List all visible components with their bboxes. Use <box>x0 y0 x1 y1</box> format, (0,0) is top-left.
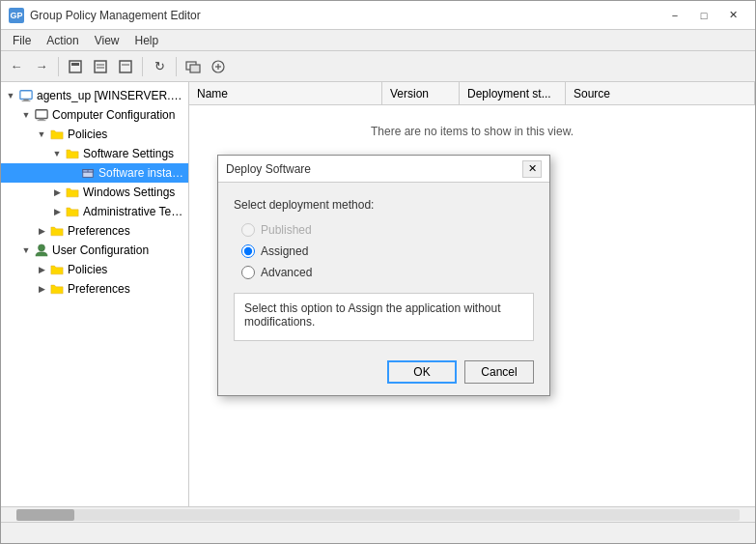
toolbar-separator-2 <box>142 57 143 76</box>
radio-label-advanced: Advanced <box>261 266 312 279</box>
folder-icon-policies <box>49 127 65 142</box>
tree-label-comp-config: Computer Configuration <box>52 108 175 122</box>
bottom-scrollbar[interactable] <box>1 506 755 522</box>
tree-node-windows-settings[interactable]: ▶ Windows Settings <box>1 183 188 202</box>
tree-node-policies[interactable]: ▼ Policies <box>1 125 188 144</box>
scrollbar-thumb[interactable] <box>16 509 74 521</box>
tree-node-preferences-user[interactable]: ▶ Preferences <box>1 279 188 299</box>
dialog-title: Deploy Software <box>226 162 311 176</box>
user-icon <box>34 243 49 258</box>
folder-icon-software <box>65 146 80 161</box>
svg-rect-15 <box>36 110 47 119</box>
back-button[interactable]: ← <box>5 55 28 78</box>
radio-assigned[interactable]: Assigned <box>241 244 534 258</box>
toggle-comp-config[interactable]: ▼ <box>18 107 34 123</box>
dialog-footer: OK Cancel <box>218 353 549 395</box>
folder-icon-pref-comp <box>49 223 65 239</box>
menu-help[interactable]: Help <box>127 32 167 49</box>
radio-label-published: Published <box>261 223 312 237</box>
toggle-software-settings[interactable]: ▼ <box>49 146 65 161</box>
menu-action[interactable]: Action <box>39 32 86 49</box>
svg-rect-16 <box>39 119 43 121</box>
svg-rect-14 <box>22 100 31 101</box>
radio-input-published[interactable] <box>241 223 255 237</box>
tree-node-comp-config[interactable]: ▼ Computer Configuration <box>1 105 188 125</box>
menu-file[interactable]: File <box>5 32 39 49</box>
tree-node-software-settings[interactable]: ▼ Software Settings <box>1 144 188 163</box>
tree-node-root[interactable]: ▼ agents_up [WINSERVER.ATOMS <box>1 86 188 105</box>
tree-label-policies: Policies <box>68 128 107 141</box>
col-name[interactable]: Name <box>189 82 382 104</box>
toolbar-btn-5[interactable] <box>207 55 230 78</box>
svg-rect-12 <box>20 91 32 100</box>
svg-rect-1 <box>71 63 79 66</box>
dialog-description: Select this option to Assign the applica… <box>234 293 534 341</box>
radio-input-assigned[interactable] <box>241 244 255 258</box>
tree-label-user-config: User Configuration <box>52 243 149 257</box>
forward-button[interactable]: → <box>30 55 53 78</box>
window-title: Group Policy Management Editor <box>30 9 201 22</box>
toggle-software-install <box>65 165 80 181</box>
svg-rect-13 <box>23 100 28 101</box>
menu-view[interactable]: View <box>87 32 127 49</box>
minimize-button[interactable]: − <box>660 6 689 25</box>
toggle-preferences-comp[interactable]: ▶ <box>34 223 49 239</box>
title-bar-left: GP Group Policy Management Editor <box>9 8 201 23</box>
toggle-preferences-user[interactable]: ▶ <box>34 281 49 297</box>
tree-label-preferences-comp: Preferences <box>68 224 130 238</box>
radio-label-assigned: Assigned <box>261 244 308 258</box>
tree-node-user-config[interactable]: ▼ User Configuration <box>1 241 188 260</box>
cancel-button[interactable]: Cancel <box>464 360 534 384</box>
svg-rect-8 <box>190 65 200 72</box>
col-version[interactable]: Version <box>382 82 460 104</box>
tree-label-admin-templates: Administrative Temp <box>83 205 184 218</box>
ok-button[interactable]: OK <box>387 360 457 384</box>
folder-icon-windows <box>65 185 80 200</box>
toolbar-btn-4[interactable] <box>182 55 205 78</box>
toggle-policies[interactable]: ▼ <box>34 127 49 142</box>
status-bar <box>1 522 755 543</box>
folder-icon-pref-user <box>49 281 65 297</box>
tree-node-admin-templates[interactable]: ▶ Administrative Temp <box>1 202 188 221</box>
tree-label-preferences-user: Preferences <box>68 282 130 296</box>
tree-panel: ▼ agents_up [WINSERVER.ATOMS ▼ Computer … <box>1 82 189 506</box>
dialog-prompt: Select deployment method: <box>234 198 534 212</box>
svg-rect-5 <box>120 61 131 72</box>
toggle-user-config[interactable]: ▼ <box>18 243 34 258</box>
svg-point-21 <box>39 244 45 251</box>
toolbar: ← → ↻ <box>1 51 755 82</box>
radio-published[interactable]: Published <box>241 223 534 237</box>
toggle-policies-user[interactable]: ▶ <box>34 262 49 277</box>
col-deployment[interactable]: Deployment st... <box>460 82 566 104</box>
tree-node-policies-user[interactable]: ▶ Policies <box>1 260 188 279</box>
deploy-software-dialog: Deploy Software ✕ Select deployment meth… <box>217 155 550 396</box>
radio-input-advanced[interactable] <box>241 266 255 279</box>
tree-label-policies-user: Policies <box>68 263 107 276</box>
tree-label-windows-settings: Windows Settings <box>83 186 175 199</box>
toolbar-separator-1 <box>58 57 59 76</box>
refresh-button[interactable]: ↻ <box>148 55 171 78</box>
toggle-admin-templates[interactable]: ▶ <box>49 204 65 219</box>
tree-node-preferences-comp[interactable]: ▶ Preferences <box>1 221 188 241</box>
svg-rect-0 <box>70 61 81 72</box>
close-button[interactable]: ✕ <box>718 6 747 25</box>
toolbar-btn-3[interactable] <box>114 55 137 78</box>
title-bar: GP Group Policy Management Editor − □ ✕ <box>1 1 755 30</box>
toggle-root[interactable]: ▼ <box>3 88 18 103</box>
radio-advanced[interactable]: Advanced <box>241 266 534 279</box>
window-controls: − □ ✕ <box>660 6 747 25</box>
computer-icon <box>18 88 34 103</box>
toggle-windows-settings[interactable]: ▶ <box>49 185 65 200</box>
col-source[interactable]: Source <box>566 82 755 104</box>
tree-label-software-settings: Software Settings <box>83 147 174 160</box>
dialog-close-button[interactable]: ✕ <box>522 160 542 178</box>
toolbar-btn-1[interactable] <box>64 55 87 78</box>
folder-icon-policies-user <box>49 262 65 277</box>
radio-group: Published Assigned Advanced <box>241 223 534 279</box>
tree-node-software-install[interactable]: Software installat <box>1 163 188 183</box>
svg-rect-2 <box>95 61 106 72</box>
restore-button[interactable]: □ <box>689 6 718 25</box>
dialog-title-bar: Deploy Software ✕ <box>218 156 549 183</box>
toolbar-btn-2[interactable] <box>89 55 112 78</box>
scrollbar-track[interactable] <box>16 509 740 521</box>
